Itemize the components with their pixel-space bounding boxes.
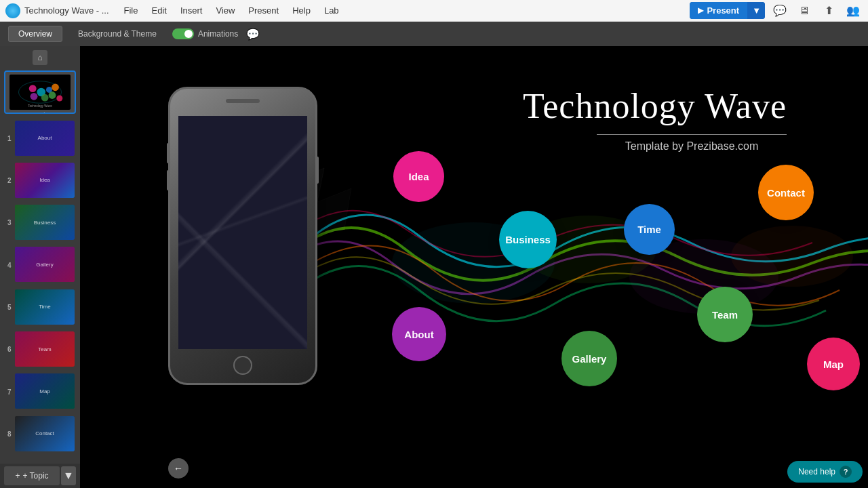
devices-icon[interactable]: 🖥 [795,1,814,20]
phone-speaker [226,99,260,103]
slide-5[interactable]: 5 Time Time [4,288,76,326]
slide-6-label: Team [5,367,75,368]
bubble-time[interactable]: Time [624,204,675,255]
slide-5-thumb: Time [15,289,75,325]
add-topic-plus: + [15,471,20,481]
svg-point-15 [731,226,853,287]
bubble-gallery-label: Gallery [572,353,607,365]
canvas[interactable]: Technology Wave Template by Prezibase.co… [80,46,868,488]
sidebar: ⌂ Technology Wave Overview [0,46,80,488]
present-label: Present [707,5,739,16]
help-icon-text: ? [844,468,848,476]
bubble-gallery[interactable]: Gallery [561,331,617,386]
slide-3-thumb-text: Business [33,218,57,227]
main-layout: ⌂ Technology Wave Overview [0,46,868,488]
slide-5-thumb-text: Time [37,302,52,311]
slide-1-thumb: About [15,121,75,156]
slide-subtitle: Template by Prezibase.com [597,134,787,152]
menu-file[interactable]: File [117,3,145,18]
bubble-business-label: Business [505,234,551,245]
slide-6-thumb: Team [15,331,75,367]
toggle-track [172,28,194,39]
slide-8-label: Contact [5,451,75,453]
bubble-map[interactable]: Map [807,338,860,390]
bubble-map-label: Map [823,359,844,370]
slide-6[interactable]: 6 Team Team [4,330,76,368]
bubble-time-label: Time [637,224,661,235]
slide-6-thumb-text: Team [37,345,53,354]
menu-edit[interactable]: Edit [144,3,173,18]
slide-1-thumb-text: About [37,134,54,142]
menu-lab[interactable]: Lab [317,3,346,18]
bubble-about-label: About [404,329,433,340]
slide-4[interactable]: 4 Gallery Gallery [4,245,76,283]
toolbar-comment-icon[interactable]: 💬 [246,28,260,41]
menu-present[interactable]: Present [241,3,285,18]
phone-side-button-mute [167,170,170,190]
slide-7[interactable]: 7 Map Map [4,372,76,410]
slide-overview[interactable]: Technology Wave Overview [4,70,76,114]
overview-thumb: Technology Wave [9,75,71,110]
add-topic-bar: + + Topic ▼ [0,464,80,488]
bubble-team[interactable]: Team [697,287,753,342]
bubble-about[interactable]: About [392,307,446,361]
present-button[interactable]: ▶ Present ▼ [690,2,765,19]
slide-2-thumb-text: Idea [38,176,52,184]
slide-2-number: 2 [7,177,12,184]
animations-label: Animations [198,29,238,39]
app-title: Technology Wave - ... [24,5,109,16]
slide-8-thumb: Contact [15,416,75,451]
svg-point-5 [52,83,59,91]
comments-icon[interactable]: 💬 [770,1,789,20]
slide-1-label: About [5,156,75,157]
menu-insert[interactable]: Insert [174,3,210,18]
present-dropdown-icon[interactable]: ▼ [747,2,765,19]
slide-4-number: 4 [7,261,12,268]
slide-3-thumb: Business [15,205,75,240]
slide-8[interactable]: 8 Contact Contact [4,415,76,453]
add-topic-label: + Topic [22,471,48,481]
menu-view[interactable]: View [209,3,241,18]
home-icon[interactable]: ⌂ [33,50,47,65]
need-help-button[interactable]: Need help ? [787,461,863,483]
slide-2[interactable]: 2 Idea Idea [4,161,76,199]
bubble-contact-label: Contact [767,187,805,199]
slide-3[interactable]: 3 Business Business [4,203,76,241]
back-button[interactable]: ← [168,458,189,479]
slide-7-label: Map [5,409,75,410]
svg-point-6 [31,93,38,100]
svg-point-9 [56,96,62,102]
phone-device [148,66,338,460]
slide-7-thumb: Map [15,373,75,409]
bubble-contact[interactable]: Contact [758,165,814,220]
slide-5-number: 5 [7,303,12,310]
toolbar: Overview Background & Theme Animations 💬 [0,22,868,46]
phone-screen [178,116,307,349]
slide-7-thumb-text: Map [38,387,52,396]
phone-side-button-power [316,157,319,184]
present-main: ▶ Present [690,2,747,19]
tab-background-theme[interactable]: Background & Theme [68,26,167,42]
bubble-team-label: Team [712,309,738,321]
menu-items: File Edit Insert View Present Help Lab [117,3,690,18]
back-icon: ← [174,463,183,474]
animations-toggle[interactable]: Animations [172,28,238,39]
svg-point-7 [41,94,49,102]
tab-overview[interactable]: Overview [8,26,62,42]
menubar-right: ▶ Present ▼ 💬 🖥 ⬆ 👥 [690,1,863,20]
slide-6-number: 6 [7,346,12,353]
bubble-idea[interactable]: Idea [393,151,444,202]
slide-7-number: 7 [7,388,12,395]
add-topic-dropdown[interactable]: ▼ [61,466,76,485]
bubble-business[interactable]: Business [499,211,557,268]
share-icon[interactable]: ⬆ [819,1,838,20]
slide-1[interactable]: 1 About About [4,119,76,157]
phone-home-button [233,356,252,375]
svg-point-8 [49,92,56,99]
menu-bar: Technology Wave - ... File Edit Insert V… [0,0,868,22]
canvas-background: Technology Wave Template by Prezibase.co… [80,46,868,488]
users-icon[interactable]: 👥 [844,1,863,20]
menu-help[interactable]: Help [285,3,317,18]
slide-2-thumb: Idea [15,163,75,198]
add-topic-button[interactable]: + + Topic [4,466,60,485]
